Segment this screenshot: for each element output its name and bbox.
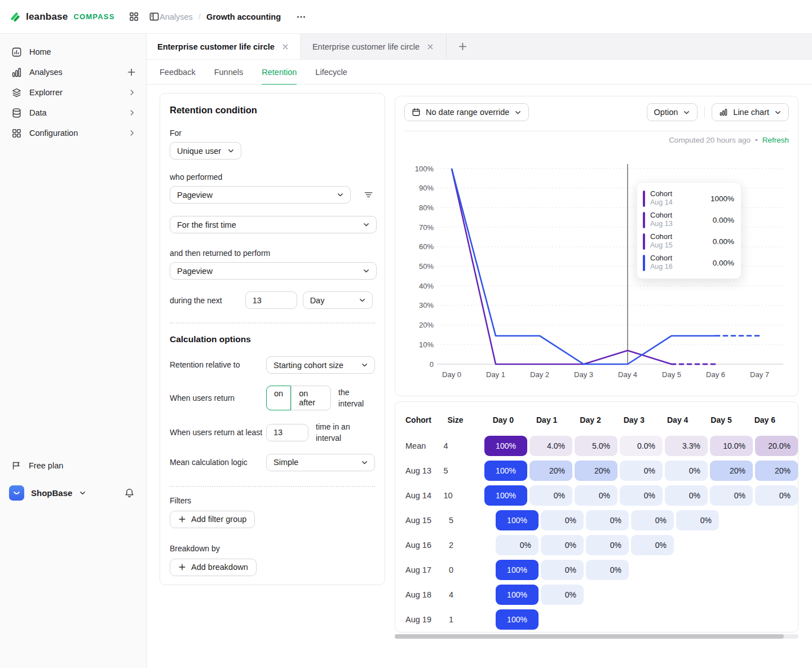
- relative-select[interactable]: Starting cohort size: [266, 356, 375, 374]
- during-unit-select[interactable]: Day: [303, 291, 373, 309]
- retention-cell[interactable]: 0.0%: [620, 436, 663, 456]
- retention-cell[interactable]: 100%: [496, 609, 539, 630]
- tab-enterprise-customer-life-circle-1[interactable]: Enterprise customer life circle: [147, 34, 301, 59]
- home-chart-icon: [11, 47, 22, 57]
- divider: [170, 322, 375, 324]
- add-filter-group-button[interactable]: Add filter group: [170, 511, 255, 528]
- event-select[interactable]: Pageview: [170, 186, 351, 204]
- breadcrumb-parent[interactable]: Analyses: [160, 12, 193, 21]
- tab-enterprise-customer-life-circle-2[interactable]: Enterprise customer life circle: [301, 34, 447, 59]
- retention-cell[interactable]: 4.0%: [529, 436, 572, 456]
- retention-cell[interactable]: 100%: [484, 485, 527, 506]
- retention-cell[interactable]: 0%: [541, 535, 584, 555]
- tab-feedback[interactable]: Feedback: [160, 60, 196, 85]
- retention-cell[interactable]: 20%: [529, 461, 572, 481]
- sidebar-item-analyses[interactable]: Analyses: [0, 62, 146, 82]
- series-color-bar: [643, 191, 645, 207]
- retention-cell[interactable]: 0%: [631, 535, 674, 555]
- retention-cell[interactable]: 20%: [755, 461, 798, 481]
- retention-cell[interactable]: 0%: [541, 510, 584, 530]
- apps-grid-icon[interactable]: [127, 10, 141, 24]
- retention-cell[interactable]: 20.0%: [755, 436, 798, 456]
- during-value-input[interactable]: [245, 291, 297, 309]
- retention-cell[interactable]: 0%: [541, 585, 584, 605]
- close-icon[interactable]: [281, 43, 289, 51]
- sidebar: Home Analyses Explorrer Data: [0, 34, 147, 668]
- retention-cell[interactable]: 5.0%: [575, 436, 617, 456]
- retention-cell[interactable]: 0%: [665, 461, 708, 481]
- retention-cell[interactable]: 0%: [586, 510, 629, 530]
- during-label: during the next: [170, 296, 222, 305]
- svg-text:Day 4: Day 4: [618, 370, 637, 379]
- tooltip-series-name: Cohort: [650, 211, 673, 220]
- retention-cell[interactable]: 0%: [586, 560, 629, 580]
- cohort-size: 0: [449, 565, 496, 574]
- more-options-icon[interactable]: [294, 10, 308, 24]
- retention-cell[interactable]: 0%: [541, 560, 584, 580]
- tab-lifecycle[interactable]: Lifecycle: [315, 60, 347, 85]
- new-tab-button[interactable]: [447, 34, 478, 59]
- unit-select[interactable]: Unique user: [170, 142, 241, 160]
- subtab-label: Funnels: [214, 68, 244, 77]
- workspace-switcher[interactable]: ShopBase: [0, 480, 146, 505]
- retention-cell[interactable]: 0%: [496, 535, 539, 555]
- tab-funnels[interactable]: Funnels: [214, 60, 244, 85]
- retention-cell[interactable]: 100%: [496, 560, 539, 580]
- retention-cell[interactable]: 20%: [710, 461, 753, 481]
- add-breakdown-button[interactable]: Add breakdown: [170, 559, 257, 576]
- retention-cell[interactable]: 0%: [575, 485, 617, 506]
- table-horizontal-scrollbar: [395, 634, 798, 639]
- subtab-label: Feedback: [160, 68, 196, 77]
- svg-text:Day 6: Day 6: [706, 370, 725, 379]
- sidebar-item-home[interactable]: Home: [0, 42, 146, 62]
- retention-cell[interactable]: 0%: [676, 510, 719, 530]
- chevron-down-icon: [363, 267, 370, 275]
- segment-on-after[interactable]: on after: [291, 386, 330, 410]
- tooltip-series-value: 0.00%: [713, 259, 734, 267]
- column-header: Cohort: [405, 415, 447, 424]
- filter-icon[interactable]: [361, 188, 375, 202]
- retention-cell[interactable]: 0%: [631, 510, 674, 530]
- notifications-bell-icon[interactable]: [122, 486, 136, 499]
- retention-cell[interactable]: 10.0%: [710, 436, 753, 456]
- at-least-value-input[interactable]: [266, 424, 308, 441]
- mean-select[interactable]: Simple: [266, 454, 375, 471]
- cohort-label: Aug 14: [405, 491, 443, 500]
- retention-cell[interactable]: 0%: [586, 535, 629, 555]
- scrollbar-thumb[interactable]: [395, 634, 784, 639]
- refresh-link[interactable]: Refresh: [762, 136, 789, 144]
- retention-cell[interactable]: 100%: [484, 436, 527, 456]
- add-analysis-icon[interactable]: [127, 68, 136, 77]
- retention-cell[interactable]: 100%: [496, 510, 539, 530]
- return-event-select[interactable]: Pageview: [170, 262, 377, 280]
- svg-text:Day 2: Day 2: [530, 370, 549, 379]
- retention-cell[interactable]: 0%: [710, 485, 753, 506]
- sidebar-item-data[interactable]: Data: [0, 103, 146, 123]
- retention-cell[interactable]: 0%: [620, 485, 663, 506]
- chart-type-select[interactable]: Line chart: [712, 103, 789, 121]
- retention-cell[interactable]: 0%: [529, 485, 572, 506]
- retention-cell[interactable]: 0%: [665, 485, 708, 506]
- retention-cell[interactable]: 100%: [484, 461, 527, 481]
- column-header: Size: [447, 415, 492, 424]
- sidebar-toggle-icon[interactable]: [148, 10, 161, 24]
- retention-cell[interactable]: 100%: [496, 585, 539, 605]
- retention-cell[interactable]: 3.3%: [665, 436, 708, 456]
- subtab-label: Lifecycle: [315, 68, 347, 77]
- segment-on[interactable]: on: [266, 386, 291, 410]
- close-icon[interactable]: [426, 43, 434, 51]
- plan-badge[interactable]: Free plan: [0, 455, 146, 476]
- tooltip-series-date: Aug 15: [650, 241, 673, 250]
- top-header: leanbase COMPASS Analyses / Growth accou…: [0, 0, 812, 34]
- retention-cell[interactable]: 20%: [575, 461, 617, 481]
- sidebar-item-configuration[interactable]: Configuration: [0, 123, 146, 143]
- first-time-select[interactable]: For the first time: [170, 216, 377, 233]
- tab-retention[interactable]: Retention: [262, 60, 297, 85]
- at-least-label: When users return at least: [170, 427, 266, 438]
- retention-cell[interactable]: 0%: [755, 485, 798, 506]
- date-range-select[interactable]: No date range override: [404, 103, 529, 121]
- sidebar-item-label: Analyses: [29, 68, 63, 77]
- sidebar-item-explorrer[interactable]: Explorrer: [0, 82, 146, 103]
- retention-cell[interactable]: 0%: [620, 461, 663, 481]
- option-select[interactable]: Option: [647, 103, 698, 121]
